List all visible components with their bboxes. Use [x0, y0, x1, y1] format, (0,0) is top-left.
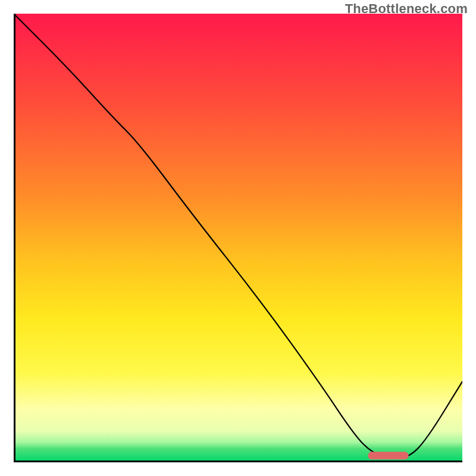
bottleneck-line-chart: [14, 14, 462, 462]
watermark-text: TheBottleneck.com: [345, 1, 468, 17]
gradient-background: [14, 14, 462, 462]
chart-plot-area: [14, 14, 462, 462]
optimal-range-marker: [368, 452, 409, 459]
